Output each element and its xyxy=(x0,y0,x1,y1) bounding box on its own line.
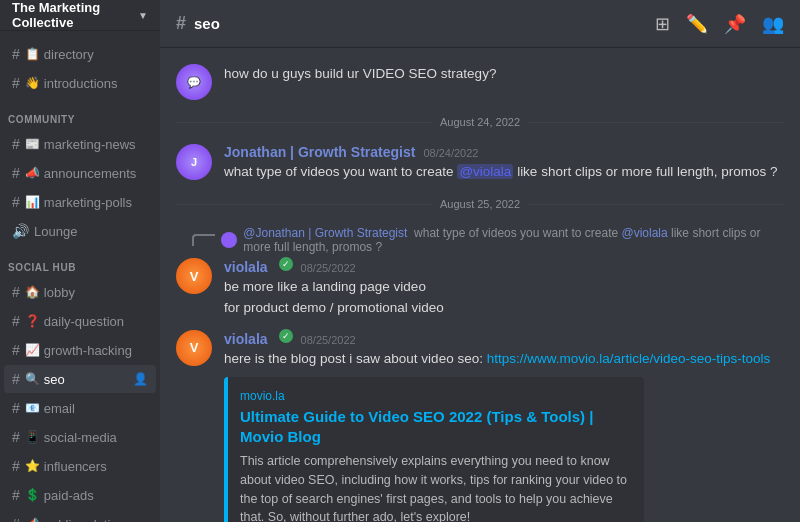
link-preview-title[interactable]: Ultimate Guide to Video SEO 2022 (Tips &… xyxy=(240,407,632,446)
message-meta-violala: violala 08/25/2022 xyxy=(224,258,784,275)
sidebar-item-daily-question[interactable]: # ❓ daily-question xyxy=(4,307,156,335)
divider-line xyxy=(176,122,432,123)
avatar-jonathan: J xyxy=(176,144,212,180)
reply-indicator: @Jonathan | Growth Strategist what type … xyxy=(176,226,784,254)
channel-hash-icon: # xyxy=(176,13,186,34)
section-social-hub: SOCIAL HUB xyxy=(0,246,160,277)
divider-line xyxy=(528,204,784,205)
chevron-down-icon: ▼ xyxy=(138,10,148,21)
hash-icon: # xyxy=(12,313,20,329)
link-preview-card: movio.la Ultimate Guide to Video SEO 202… xyxy=(224,377,644,522)
members-icon[interactable]: 👥 xyxy=(762,13,784,35)
messages-area: 💬 how do u guys build ur VIDEO SEO strat… xyxy=(160,48,800,522)
verified-icon xyxy=(279,257,293,271)
sidebar-item-paid-ads[interactable]: # 💲 paid-ads xyxy=(4,481,156,509)
sidebar-item-label: daily-question xyxy=(44,314,124,329)
hash-icon: # xyxy=(12,46,20,62)
sidebar-item-label: announcements xyxy=(44,166,137,181)
timestamp-violala-link: 08/25/2022 xyxy=(301,334,356,346)
link-url[interactable]: https://www.movio.la/article/video-seo-t… xyxy=(487,351,771,366)
message-text-wrap: how do u guys build ur VIDEO SEO strateg… xyxy=(224,64,496,100)
mention-violala[interactable]: @violala xyxy=(457,164,513,179)
date-divider: August 24, 2022 xyxy=(176,116,784,128)
sidebar-item-label: email xyxy=(44,401,75,416)
message-content-jonathan: Jonathan | Growth Strategist 08/24/2022 … xyxy=(224,144,784,182)
message-text-link-intro: here is the blog post i saw about video … xyxy=(224,349,784,369)
message-group-jonathan: J Jonathan | Growth Strategist 08/24/202… xyxy=(176,144,784,182)
channel-list: # 📋 directory # 👋 introductions COMMUNIT… xyxy=(0,31,160,522)
link-preview-description: This article comprehensively explains ev… xyxy=(240,452,632,522)
username-violala[interactable]: violala xyxy=(224,259,268,275)
sidebar-item-seo[interactable]: # 🔍 seo 👤 xyxy=(4,365,156,393)
divider-line xyxy=(176,204,432,205)
message-text-violala-1: be more like a landing page video xyxy=(224,277,784,297)
pencil-icon[interactable]: ✏️ xyxy=(686,13,708,35)
message-group-violala: V violala 08/25/2022 be more like a land… xyxy=(176,258,784,318)
hash-icon: # xyxy=(12,75,20,91)
message-content-violala-link: violala 08/25/2022 here is the blog post… xyxy=(224,330,784,522)
hash-icon: # xyxy=(12,342,20,358)
message-text: how do u guys build ur VIDEO SEO strateg… xyxy=(224,64,496,84)
sidebar-item-growth-hacking[interactable]: # 📈 growth-hacking xyxy=(4,336,156,364)
date-divider-aug25: August 25, 2022 xyxy=(176,198,784,210)
hash-icon: # xyxy=(12,136,20,152)
channel-header-right: ⊞ ✏️ 📌 👥 xyxy=(655,13,784,35)
sidebar-item-label: social-media xyxy=(44,430,117,445)
verified-icon-2 xyxy=(279,329,293,343)
sidebar-item-social-media[interactable]: # 📱 social-media xyxy=(4,423,156,451)
message-content-violala: violala 08/25/2022 be more like a landin… xyxy=(224,258,784,318)
server-name: The Marketing Collective xyxy=(12,0,138,30)
message-group-violala-link: V violala 08/25/2022 here is the blog po… xyxy=(176,330,784,522)
hash-icon: # xyxy=(12,516,20,522)
message-group-violala-reply: @Jonathan | Growth Strategist what type … xyxy=(176,226,784,318)
hash-icon: # xyxy=(12,458,20,474)
link-preview-source: movio.la xyxy=(240,389,632,403)
sidebar-item-introductions[interactable]: # 👋 introductions xyxy=(4,69,156,97)
date-text-aug25: August 25, 2022 xyxy=(440,198,520,210)
server-header[interactable]: The Marketing Collective ▼ xyxy=(0,0,160,31)
message-meta-violala-link: violala 08/25/2022 xyxy=(224,330,784,347)
sidebar: The Marketing Collective ▼ # 📋 directory… xyxy=(0,0,160,522)
username-violala-2[interactable]: violala xyxy=(224,331,268,347)
section-community: COMMUNITY xyxy=(0,98,160,129)
speaker-icon: 🔊 xyxy=(12,223,29,239)
sidebar-item-email[interactable]: # 📧 email xyxy=(4,394,156,422)
sidebar-item-label: introductions xyxy=(44,76,118,91)
avatar: 💬 xyxy=(176,64,212,100)
sidebar-item-directory[interactable]: # 📋 directory xyxy=(4,40,156,68)
sidebar-item-label: public-relations xyxy=(44,517,131,523)
sidebar-item-label: lobby xyxy=(44,285,75,300)
sidebar-item-lounge[interactable]: 🔊 Lounge xyxy=(4,217,156,245)
timestamp-violala: 08/25/2022 xyxy=(301,262,356,274)
channel-title: seo xyxy=(194,15,220,32)
reply-text: @Jonathan | Growth Strategist what type … xyxy=(243,226,784,254)
divider-line xyxy=(528,122,784,123)
hash-icon: # xyxy=(12,165,20,181)
sidebar-item-lobby[interactable]: # 🏠 lobby xyxy=(4,278,156,306)
hash-icon: # xyxy=(12,400,20,416)
mention-jonathan[interactable]: @Jonathan | Growth Strategist xyxy=(243,226,407,240)
message-text: what type of videos you want to create @… xyxy=(224,162,784,182)
user-icon: 👤 xyxy=(133,372,148,386)
message-text-violala-2: for product demo / promotional video xyxy=(224,298,784,318)
main-content: # seo ⊞ ✏️ 📌 👥 💬 how do u guys build ur … xyxy=(160,0,800,522)
channel-header: # seo ⊞ ✏️ 📌 👥 xyxy=(160,0,800,48)
message-meta: Jonathan | Growth Strategist 08/24/2022 xyxy=(224,144,784,160)
sidebar-item-label: marketing-polls xyxy=(44,195,132,210)
sidebar-item-announcements[interactable]: # 📣 announcements xyxy=(4,159,156,187)
hash-icon: # xyxy=(12,371,20,387)
sidebar-item-marketing-news[interactable]: # 📰 marketing-news xyxy=(4,130,156,158)
username-jonathan[interactable]: Jonathan | Growth Strategist xyxy=(224,144,415,160)
mention-violala2[interactable]: @violala xyxy=(622,226,668,240)
sidebar-item-label: influencers xyxy=(44,459,107,474)
avatar-violala: V xyxy=(176,258,212,294)
sidebar-item-marketing-polls[interactable]: # 📊 marketing-polls xyxy=(4,188,156,216)
sidebar-item-influencers[interactable]: # ⭐ influencers xyxy=(4,452,156,480)
date-text: August 24, 2022 xyxy=(440,116,520,128)
pin-icon[interactable]: 📌 xyxy=(724,13,746,35)
message-row: 💬 how do u guys build ur VIDEO SEO strat… xyxy=(176,64,784,100)
sidebar-item-label: Lounge xyxy=(34,224,77,239)
grid-icon[interactable]: ⊞ xyxy=(655,13,670,35)
sidebar-item-label: paid-ads xyxy=(44,488,94,503)
sidebar-item-public-relations[interactable]: # 📣 public-relations xyxy=(4,510,156,522)
